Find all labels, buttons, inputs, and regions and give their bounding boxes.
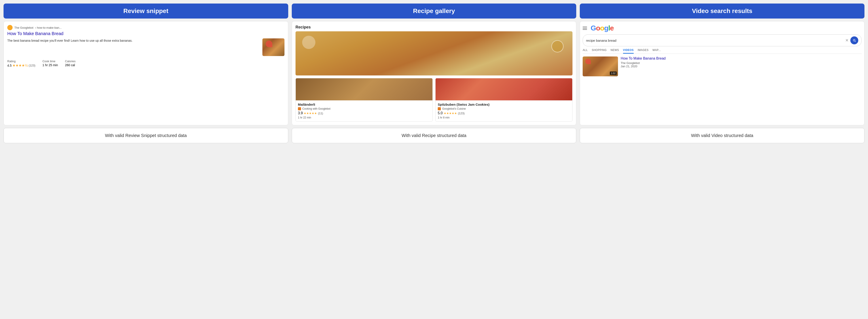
- recipe-card-spitzbuben[interactable]: Spitzbuben (Swiss Jam Cookies) Googlebot…: [435, 78, 572, 121]
- rating-stars: ★★★★½: [12, 63, 28, 68]
- video-result[interactable]: 1:02 How To Make Banana Bread The Google…: [583, 57, 862, 76]
- review-panel-header: Review snippet: [3, 3, 288, 19]
- mailanderli-rating-value: 3.9: [298, 111, 303, 115]
- mailanderli-time: 1 hr 22 min: [298, 116, 430, 119]
- recipe-card-spitzbuben-source: Googlebot's Cuisine: [438, 107, 570, 110]
- clear-search-icon[interactable]: ✕: [845, 38, 848, 43]
- rating-label: Rating: [7, 60, 35, 63]
- google-logo-o2: o: [600, 24, 604, 32]
- google-header: Google: [583, 24, 862, 32]
- rating-value: 4.5 ★★★★½ (123): [7, 63, 35, 68]
- recipes-section-label: Recipes: [296, 25, 573, 30]
- video-title[interactable]: How To Make Banana Bread: [621, 57, 862, 61]
- cook-time-value: 1 hr 25 min: [42, 63, 58, 67]
- search-button[interactable]: [850, 36, 858, 44]
- video-info: How To Make Banana Bread The Googlebot J…: [621, 57, 862, 68]
- rating-number: 4.5: [7, 64, 11, 67]
- tab-videos[interactable]: VIDEOS: [623, 48, 634, 54]
- tab-shopping[interactable]: SHOPPING: [592, 48, 607, 54]
- review-description: The best banana bread recipe you'll ever…: [7, 38, 260, 56]
- video-thumbnail: 1:02: [583, 57, 618, 76]
- review-snippet-panel: Review snippet The Googlebot › how-to-ma…: [3, 3, 288, 143]
- spitzbuben-count: (123): [458, 112, 464, 115]
- recipe-card-spitzbuben-body: Spitzbuben (Swiss Jam Cookies) Googlebot…: [436, 100, 572, 121]
- googlebot-icon: [7, 25, 12, 30]
- review-panel-content: The Googlebot › how-to-make-ban... How T…: [3, 21, 288, 125]
- recipe-card-mailanderli-rating: 3.9 ★★★★★ (11): [298, 111, 430, 115]
- review-site-row: The Googlebot › how-to-make-ban...: [7, 25, 284, 30]
- review-panel-footer: With valid Review Snippet structured dat…: [3, 128, 288, 143]
- recipe-panel-header: Recipe gallery: [292, 3, 577, 19]
- video-panel-footer: With valid Video structured data: [580, 128, 865, 143]
- search-icon: [852, 39, 856, 42]
- rating-count: (123): [29, 64, 35, 67]
- recipe-card-mailanderli-image: [296, 78, 432, 100]
- video-duration: 1:02: [610, 71, 617, 75]
- video-panel-header: Video search results: [580, 3, 865, 19]
- mailanderli-count: (11): [318, 112, 323, 115]
- recipe-card-spitzbuben-image: [436, 78, 572, 100]
- review-site-name: The Googlebot: [14, 26, 33, 29]
- google-logo-e: e: [610, 24, 614, 32]
- google-logo-l: l: [608, 24, 610, 32]
- google-logo-G: G: [591, 24, 596, 32]
- search-bar: ✕: [583, 34, 862, 46]
- recipe-hero-image: [296, 31, 573, 75]
- recipe-gallery-panel: Recipe gallery Recipes Mailänderli Cooki…: [292, 3, 577, 143]
- rating-group: Rating 4.5 ★★★★½ (123): [7, 60, 35, 68]
- video-channel: The Googlebot: [621, 61, 862, 65]
- recipe-card-mailanderli[interactable]: Mailänderli Cooking with Googlebot 3.9 ★…: [296, 78, 433, 121]
- recipe-card-mailanderli-source: Cooking with Googlebot: [298, 107, 430, 110]
- recipe-card-mailanderli-title: Mailänderli: [298, 103, 430, 106]
- recipe-cards-row: Mailänderli Cooking with Googlebot 3.9 ★…: [296, 78, 573, 121]
- video-date: Jan 21, 2020: [621, 65, 862, 68]
- review-body-row: The best banana bread recipe you'll ever…: [7, 38, 284, 56]
- search-tabs: ALL SHOPPING NEWS VIDEOS IMAGES MAP...: [583, 48, 862, 54]
- cooking-googlebot-icon: [298, 107, 301, 110]
- hamburger-menu-icon[interactable]: [583, 27, 587, 30]
- tab-news[interactable]: NEWS: [611, 48, 619, 54]
- tab-all[interactable]: ALL: [583, 48, 588, 54]
- search-input[interactable]: [586, 39, 843, 42]
- recipe-panel-footer: With valid Recipe structured data: [292, 128, 577, 143]
- cook-time-label: Cook time: [42, 60, 58, 63]
- review-title[interactable]: How To Make Banana Bread: [7, 31, 284, 36]
- calories-group: Calories 260 cal: [65, 60, 75, 68]
- tab-maps[interactable]: MAP...: [653, 48, 661, 54]
- spitzbuben-time: 1 hr 8 min: [438, 116, 570, 119]
- video-search-panel: Video search results Google ✕ ALL SHOPPI…: [580, 3, 865, 143]
- review-meta: Rating 4.5 ★★★★½ (123) Cook time 1 hr 25…: [7, 60, 284, 68]
- recipe-card-spitzbuben-title: Spitzbuben (Swiss Jam Cookies): [438, 103, 570, 106]
- recipe-panel-content: Recipes Mailänderli Cooking with Googleb…: [292, 21, 577, 125]
- tab-images[interactable]: IMAGES: [638, 48, 649, 54]
- review-image: [262, 38, 284, 56]
- video-panel-content: Google ✕ ALL SHOPPING NEWS VIDEOS IMAGES…: [580, 21, 865, 125]
- mailanderli-stars: ★★★★★: [304, 112, 317, 115]
- google-logo-g: g: [604, 24, 608, 32]
- recipe-card-mailanderli-body: Mailänderli Cooking with Googlebot 3.9 ★…: [296, 100, 432, 121]
- googlebot-cuisine-icon: [438, 107, 441, 110]
- spitzbuben-rating-value: 5.0: [438, 111, 443, 115]
- calories-label: Calories: [65, 60, 75, 63]
- review-site-url: › how-to-make-ban...: [35, 26, 62, 29]
- google-logo-o1: o: [596, 24, 600, 32]
- cook-time-group: Cook time 1 hr 25 min: [42, 60, 58, 68]
- spitzbuben-stars: ★★★★★: [444, 112, 457, 115]
- calories-value: 260 cal: [65, 63, 75, 67]
- google-logo: Google: [591, 24, 614, 32]
- recipe-card-spitzbuben-rating: 5.0 ★★★★★ (123): [438, 111, 570, 115]
